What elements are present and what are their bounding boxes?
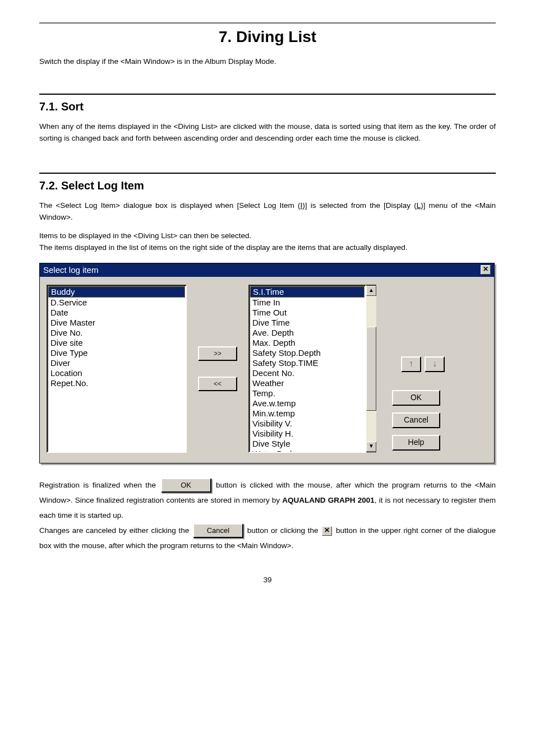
list-item[interactable]: Visibility H. — [250, 429, 365, 439]
final-paragraph-2: Changes are canceled by either clicking … — [39, 523, 496, 553]
dialog-titlebar: Select log item ✕ — [40, 263, 494, 277]
section-7-1-body: When any of the items displayed in the <… — [39, 121, 496, 145]
list-item[interactable]: Visibility V. — [250, 419, 365, 429]
scroll-down-icon[interactable]: ▼ — [366, 442, 376, 452]
help-button[interactable]: Help — [392, 435, 440, 451]
list-item[interactable]: Location — [48, 368, 185, 378]
list-item[interactable]: Time Out — [250, 308, 365, 318]
cancel-button-inline[interactable]: Cancel — [193, 523, 243, 538]
selected-items-list[interactable]: S.I.TimeTime InTime OutDive TimeAve. Dep… — [248, 285, 366, 453]
list-item[interactable]: S.I.Time — [250, 286, 365, 298]
list-item[interactable]: Dive Time — [250, 318, 365, 328]
page-number: 39 — [39, 576, 496, 584]
list-item[interactable]: Ave.w.temp — [250, 398, 365, 409]
available-items-list[interactable]: BuddyD.ServiceDateDive MasterDive No.Div… — [47, 285, 187, 453]
select-log-item-dialog: Select log item ✕ BuddyD.ServiceDateDive… — [39, 263, 495, 463]
cancel-button[interactable]: Cancel — [392, 412, 440, 428]
list-item[interactable]: Ave. Depth — [250, 328, 365, 338]
close-icon[interactable]: ✕ — [481, 265, 491, 275]
scroll-thumb[interactable] — [366, 327, 376, 411]
list-item[interactable]: Safety Stop.TIME — [250, 358, 365, 368]
list-item[interactable]: Dive Type — [48, 348, 185, 358]
line-3: The items displayed in the list of items… — [39, 243, 408, 252]
section-7-2-heading: 7.2. Select Log Item — [39, 179, 496, 192]
list-item[interactable]: Time In — [250, 298, 365, 308]
scroll-up-icon[interactable]: ▲ — [366, 286, 376, 296]
list-item[interactable]: Safety Stop.Depth — [250, 348, 365, 358]
list-item[interactable]: Dive site — [48, 338, 185, 348]
page-title: 7. Diving List — [39, 28, 496, 46]
list-item[interactable]: Decent No. — [250, 368, 365, 378]
final-paragraph-1: Registration is finalized when the OK bu… — [39, 477, 496, 523]
list-item[interactable]: Buddy — [48, 286, 185, 298]
dialog-title: Select log item — [43, 265, 98, 275]
list-item[interactable]: Dive Master — [48, 318, 185, 328]
intro-text: Switch the display if the <Main Window> … — [39, 57, 496, 66]
ok-button[interactable]: OK — [392, 390, 440, 406]
list-item[interactable]: Temp. — [250, 388, 365, 398]
line-2: Items to be displayed in the <Diving Lis… — [39, 231, 251, 240]
scrollbar[interactable]: ▲ ▼ — [366, 285, 376, 453]
list-item[interactable]: Min.w.temp — [250, 409, 365, 419]
list-item[interactable]: Max. Depth — [250, 338, 365, 348]
move-up-button[interactable]: ↑ — [401, 356, 421, 372]
remove-button[interactable]: << — [198, 377, 237, 391]
list-item[interactable]: D.Service — [48, 298, 185, 308]
close-icon-inline[interactable]: ✕ — [322, 526, 332, 536]
list-item[interactable]: Weather — [250, 378, 365, 388]
list-item[interactable]: Diver — [48, 358, 185, 368]
list-item[interactable]: Dive Style — [250, 439, 365, 449]
list-item[interactable]: Dive No. — [48, 328, 185, 338]
ok-button-inline[interactable]: OK — [161, 478, 211, 493]
section-7-2-body-1: The <Select Log Item> dialogue box is di… — [39, 200, 496, 224]
list-item[interactable]: Water Body — [250, 449, 365, 453]
section-7-1-heading: 7.1. Sort — [39, 100, 496, 113]
move-down-button[interactable]: ↓ — [425, 356, 445, 372]
list-item[interactable]: Date — [48, 308, 185, 318]
list-item[interactable]: Repet.No. — [48, 378, 185, 388]
add-button[interactable]: >> — [198, 346, 237, 361]
section-7-2-body-2: Items to be displayed in the <Diving Lis… — [39, 230, 496, 254]
